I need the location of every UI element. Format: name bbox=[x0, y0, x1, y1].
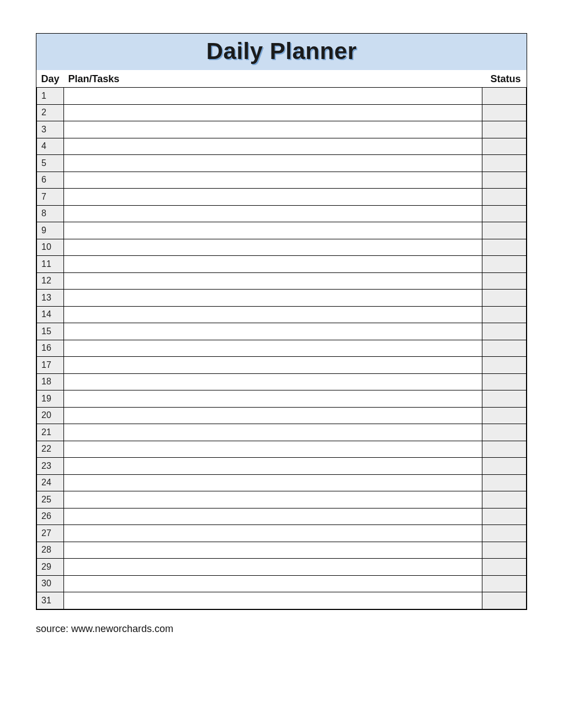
task-cell[interactable] bbox=[64, 357, 482, 374]
task-cell[interactable] bbox=[64, 575, 482, 592]
task-cell[interactable] bbox=[64, 508, 482, 525]
task-cell[interactable] bbox=[64, 390, 482, 408]
table-row: 15 bbox=[37, 323, 527, 340]
day-cell: 30 bbox=[37, 575, 64, 592]
status-cell[interactable] bbox=[482, 239, 527, 256]
table-row: 20 bbox=[37, 407, 527, 424]
day-cell: 5 bbox=[37, 155, 64, 172]
task-cell[interactable] bbox=[64, 205, 482, 222]
status-cell[interactable] bbox=[482, 390, 527, 408]
source-text: source: www.neworchards.com bbox=[36, 623, 527, 635]
table-row: 27 bbox=[37, 525, 527, 542]
table-row: 10 bbox=[37, 239, 527, 256]
task-cell[interactable] bbox=[64, 306, 482, 323]
status-cell[interactable] bbox=[482, 290, 527, 307]
task-cell[interactable] bbox=[64, 592, 482, 609]
status-cell[interactable] bbox=[482, 592, 527, 609]
status-cell[interactable] bbox=[482, 559, 527, 576]
header-status: Status bbox=[482, 70, 527, 88]
table-row: 18 bbox=[37, 373, 527, 390]
status-cell[interactable] bbox=[482, 508, 527, 525]
status-cell[interactable] bbox=[482, 407, 527, 424]
status-cell[interactable] bbox=[482, 340, 527, 357]
status-cell[interactable] bbox=[482, 323, 527, 340]
status-cell[interactable] bbox=[482, 525, 527, 542]
day-cell: 17 bbox=[37, 357, 64, 374]
status-cell[interactable] bbox=[482, 138, 527, 155]
status-cell[interactable] bbox=[482, 306, 527, 323]
task-cell[interactable] bbox=[64, 88, 482, 105]
task-cell[interactable] bbox=[64, 138, 482, 155]
status-cell[interactable] bbox=[482, 575, 527, 592]
day-cell: 10 bbox=[37, 239, 64, 256]
status-cell[interactable] bbox=[482, 88, 527, 105]
task-cell[interactable] bbox=[64, 474, 482, 491]
task-cell[interactable] bbox=[64, 458, 482, 475]
task-cell[interactable] bbox=[64, 155, 482, 172]
header-plan: Plan/Tasks bbox=[64, 70, 482, 88]
task-cell[interactable] bbox=[64, 424, 482, 441]
day-cell: 16 bbox=[37, 340, 64, 357]
status-cell[interactable] bbox=[482, 155, 527, 172]
task-cell[interactable] bbox=[64, 491, 482, 508]
day-cell: 20 bbox=[37, 407, 64, 424]
status-cell[interactable] bbox=[482, 373, 527, 390]
task-cell[interactable] bbox=[64, 441, 482, 458]
status-cell[interactable] bbox=[482, 222, 527, 239]
day-cell: 3 bbox=[37, 121, 64, 138]
task-cell[interactable] bbox=[64, 222, 482, 239]
task-cell[interactable] bbox=[64, 323, 482, 340]
day-cell: 14 bbox=[37, 306, 64, 323]
status-cell[interactable] bbox=[482, 542, 527, 559]
table-row: 2 bbox=[37, 104, 527, 121]
status-cell[interactable] bbox=[482, 104, 527, 121]
task-cell[interactable] bbox=[64, 256, 482, 273]
task-cell[interactable] bbox=[64, 290, 482, 307]
task-cell[interactable] bbox=[64, 340, 482, 357]
status-cell[interactable] bbox=[482, 256, 527, 273]
task-cell[interactable] bbox=[64, 542, 482, 559]
table-row: 17 bbox=[37, 357, 527, 374]
day-cell: 13 bbox=[37, 290, 64, 307]
status-cell[interactable] bbox=[482, 121, 527, 138]
table-row: 12 bbox=[37, 272, 527, 290]
status-cell[interactable] bbox=[482, 205, 527, 222]
table-row: 11 bbox=[37, 256, 527, 273]
day-cell: 2 bbox=[37, 104, 64, 121]
title-bar: Daily Planner bbox=[36, 34, 527, 70]
day-cell: 8 bbox=[37, 205, 64, 222]
day-cell: 6 bbox=[37, 172, 64, 189]
task-cell[interactable] bbox=[64, 104, 482, 121]
status-cell[interactable] bbox=[482, 357, 527, 374]
task-cell[interactable] bbox=[64, 189, 482, 206]
table-row: 24 bbox=[37, 474, 527, 491]
task-cell[interactable] bbox=[64, 559, 482, 576]
day-cell: 27 bbox=[37, 525, 64, 542]
day-cell: 11 bbox=[37, 256, 64, 273]
task-cell[interactable] bbox=[64, 121, 482, 138]
table-row: 29 bbox=[37, 559, 527, 576]
day-cell: 23 bbox=[37, 458, 64, 475]
status-cell[interactable] bbox=[482, 441, 527, 458]
status-cell[interactable] bbox=[482, 172, 527, 189]
day-cell: 31 bbox=[37, 592, 64, 609]
day-cell: 29 bbox=[37, 559, 64, 576]
status-cell[interactable] bbox=[482, 458, 527, 475]
status-cell[interactable] bbox=[482, 424, 527, 441]
day-cell: 26 bbox=[37, 508, 64, 525]
table-row: 7 bbox=[37, 189, 527, 206]
status-cell[interactable] bbox=[482, 474, 527, 491]
table-row: 14 bbox=[37, 306, 527, 323]
planner-table: Day Plan/Tasks Status 123456789101112131… bbox=[36, 70, 527, 609]
status-cell[interactable] bbox=[482, 272, 527, 290]
task-cell[interactable] bbox=[64, 407, 482, 424]
task-cell[interactable] bbox=[64, 373, 482, 390]
task-cell[interactable] bbox=[64, 239, 482, 256]
task-cell[interactable] bbox=[64, 172, 482, 189]
status-cell[interactable] bbox=[482, 189, 527, 206]
task-cell[interactable] bbox=[64, 525, 482, 542]
status-cell[interactable] bbox=[482, 491, 527, 508]
day-cell: 24 bbox=[37, 474, 64, 491]
table-row: 5 bbox=[37, 155, 527, 172]
task-cell[interactable] bbox=[64, 272, 482, 290]
